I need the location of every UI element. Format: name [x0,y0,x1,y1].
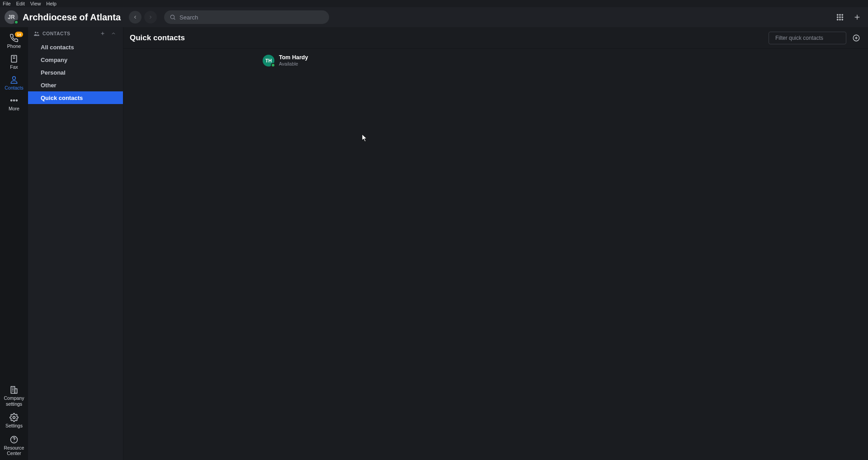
contact-status: Available [279,61,308,67]
rail-label-fax: Fax [10,64,18,70]
menu-file[interactable]: File [3,1,11,6]
svg-rect-21 [15,389,17,394]
svg-rect-13 [11,56,17,62]
rail-item-more[interactable]: More [1,93,27,114]
rail-label-resource-center: Resource Center [4,445,24,456]
svg-point-19 [16,100,17,101]
gear-icon [9,413,19,422]
rail-item-company-settings[interactable]: Company settings [1,383,27,410]
svg-point-16 [13,76,16,80]
contact-name: Tom Hardy [279,54,308,61]
nav-item-other[interactable]: Other [28,79,123,91]
fax-icon [9,54,19,63]
rail-label-contacts: Contacts [5,85,23,90]
contacts-nav-title: CONTACTS [42,31,71,36]
contacts-icon [9,75,19,84]
contacts-add-button[interactable] [99,29,107,38]
svg-rect-20 [11,387,14,394]
nav-item-label: All contacts [41,44,74,51]
plus-circle-icon [852,34,860,42]
left-rail: 14 Phone Fax Contacts More Company setti… [0,27,28,460]
page-title: Quick contacts [130,33,185,43]
body: 14 Phone Fax Contacts More Company setti… [0,27,868,460]
plus-icon [100,31,105,36]
rail-item-resource-center[interactable]: Resource Center [1,432,27,460]
search-icon [170,14,176,20]
contacts-nav-header: CONTACTS [28,27,123,40]
dialpad-button[interactable] [834,11,846,24]
contact-avatar: TH [263,55,274,66]
svg-point-3 [840,14,840,15]
contact-row[interactable]: TH Tom Hardy Available [123,52,868,69]
rail-label-phone: Phone [7,43,21,49]
filter-box[interactable] [769,32,846,44]
svg-point-18 [14,100,15,101]
contact-list: TH Tom Hardy Available [123,49,868,460]
rail-label-settings: Settings [5,423,23,429]
svg-point-17 [11,100,12,101]
contact-text: Tom Hardy Available [279,54,308,67]
nav-item-label: Other [41,82,57,89]
menubar: File Edit View Help [0,0,868,7]
header-add-button[interactable] [851,11,863,24]
dialpad-icon [836,13,844,21]
svg-point-10 [842,19,843,20]
svg-point-7 [842,17,843,18]
svg-point-4 [842,14,843,15]
filter-input[interactable] [775,35,843,41]
search-box[interactable] [164,10,329,24]
presence-indicator [271,63,275,67]
nav-forward-button [144,11,157,24]
svg-line-1 [174,19,175,20]
chevron-left-icon [132,14,138,20]
rail-label-company-settings: Company settings [4,395,24,407]
contact-avatar-initials: TH [265,58,272,63]
svg-point-8 [837,19,838,20]
add-quick-contact-button[interactable] [851,33,862,43]
svg-point-5 [837,17,838,18]
svg-point-0 [170,15,174,19]
chevron-right-icon [148,14,153,20]
more-icon [9,96,19,105]
plus-icon [853,13,861,21]
nav-item-company[interactable]: Company [28,53,123,66]
rail-item-fax[interactable]: Fax [1,52,27,72]
org-title: Archdiocese of Atlanta [23,12,121,23]
user-avatar-initials: JR [8,14,14,20]
nav-back-button[interactable] [129,11,142,24]
rail-label-more: More [9,106,19,111]
phone-badge: 14 [15,32,23,37]
nav-item-label: Company [41,57,67,63]
svg-point-6 [840,17,840,18]
svg-point-27 [14,441,14,441]
nav-item-all-contacts[interactable]: All contacts [28,41,123,53]
user-avatar[interactable]: JR [5,10,18,24]
help-icon [9,435,19,444]
rail-item-contacts[interactable]: Contacts [1,72,27,93]
menu-edit[interactable]: Edit [16,1,25,6]
main-header: Quick contacts [123,27,868,49]
main-panel: Quick contacts TH Tom Hardy Available [123,27,868,460]
contacts-nav: CONTACTS All contacts Company Personal O… [28,27,123,460]
svg-point-25 [13,417,15,419]
nav-item-label: Personal [41,69,66,76]
rail-item-phone[interactable]: 14 Phone [1,31,27,52]
svg-point-2 [837,14,838,15]
rail-item-settings[interactable]: Settings [1,410,27,432]
nav-item-label: Quick contacts [41,95,83,101]
contacts-collapse-button[interactable] [109,29,118,38]
presence-indicator [14,20,19,24]
app-header: JR Archdiocese of Atlanta [0,7,868,27]
nav-item-quick-contacts[interactable]: Quick contacts [28,91,123,104]
svg-point-29 [37,32,38,33]
nav-arrows [129,11,157,24]
people-icon [33,30,40,37]
search-input[interactable] [179,14,324,21]
nav-item-personal[interactable]: Personal [28,66,123,79]
chevron-up-icon [111,31,116,36]
svg-point-9 [840,19,840,20]
building-icon [9,385,19,394]
menu-view[interactable]: View [30,1,41,6]
menu-help[interactable]: Help [46,1,57,6]
contacts-nav-list: All contacts Company Personal Other Quic… [28,40,123,104]
